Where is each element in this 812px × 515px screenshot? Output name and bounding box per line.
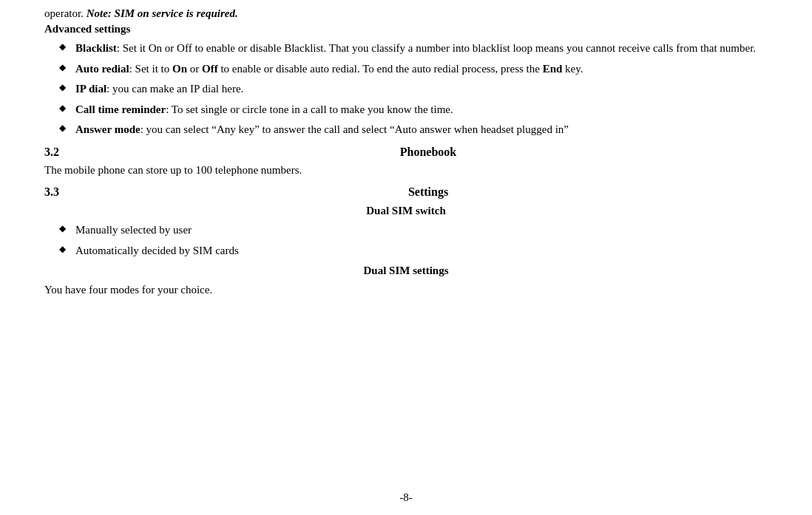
ip-dial-term: IP dial xyxy=(75,83,106,95)
call-time-reminder-term: Call time reminder xyxy=(75,103,166,115)
list-item-call-time-reminder: Call time reminder: To set single or cir… xyxy=(59,101,768,118)
intro-text: operator. xyxy=(44,7,87,19)
chapter-3-3-number: 3.3 xyxy=(44,185,89,199)
blacklist-def: : Set it On or Off to enable or disable … xyxy=(117,42,756,54)
list-item-ip-dial: IP dial: you can make an IP dial here. xyxy=(59,81,768,98)
chapter-3-2-number: 3.2 xyxy=(44,146,89,159)
dual-sim-switch-list: Manually selected by user Automatically … xyxy=(44,222,768,259)
auto-redial-def: : Set it to On or Off to enable or disab… xyxy=(129,63,583,75)
page: operator. Note: SIM on service is requir… xyxy=(0,0,812,515)
chapter-3-3-title: Settings xyxy=(89,185,768,199)
list-item-blacklist: Blacklist: Set it On or Off to enable or… xyxy=(59,40,768,57)
dual-sim-switch-heading: Dual SIM switch xyxy=(44,205,768,217)
list-item-automatically-decided: Automatically decided by SIM cards xyxy=(59,242,768,259)
answer-mode-def: : you can select “Any key” to answer the… xyxy=(141,123,569,135)
auto-redial-term: Auto redial xyxy=(75,63,129,75)
chapter-3-2-title: Phonebook xyxy=(89,146,768,159)
chapter-3-2-heading: 3.2 Phonebook xyxy=(44,146,768,159)
chapter-3-2-description: The mobile phone can store up to 100 tel… xyxy=(44,162,768,179)
intro-paragraph: operator. Note: SIM on service is requir… xyxy=(44,7,768,20)
advanced-settings-heading: Advanced settings xyxy=(44,23,768,35)
list-item-manually-selected: Manually selected by user xyxy=(59,222,768,239)
dual-sim-settings-heading: Dual SIM settings xyxy=(44,265,768,277)
note-label: Note: xyxy=(87,7,112,19)
list-item-answer-mode: Answer mode: you can select “Any key” to… xyxy=(59,121,768,138)
list-item-auto-redial: Auto redial: Set it to On or Off to enab… xyxy=(59,61,768,78)
advanced-settings-list: Blacklist: Set it On or Off to enable or… xyxy=(44,40,768,138)
note-text: SIM on service is required. xyxy=(112,7,238,19)
manually-selected-text: Manually selected by user xyxy=(75,224,192,236)
page-number: -8- xyxy=(399,491,413,504)
blacklist-term: Blacklist xyxy=(75,42,117,54)
call-time-reminder-def: : To set single or circle tone in a call… xyxy=(166,103,453,115)
dual-sim-settings-description: You have four modes for your choice. xyxy=(44,282,768,299)
automatically-decided-text: Automatically decided by SIM cards xyxy=(75,245,239,256)
answer-mode-term: Answer mode xyxy=(75,123,141,135)
ip-dial-def: : you can make an IP dial here. xyxy=(106,83,243,95)
chapter-3-3-heading: 3.3 Settings xyxy=(44,185,768,199)
